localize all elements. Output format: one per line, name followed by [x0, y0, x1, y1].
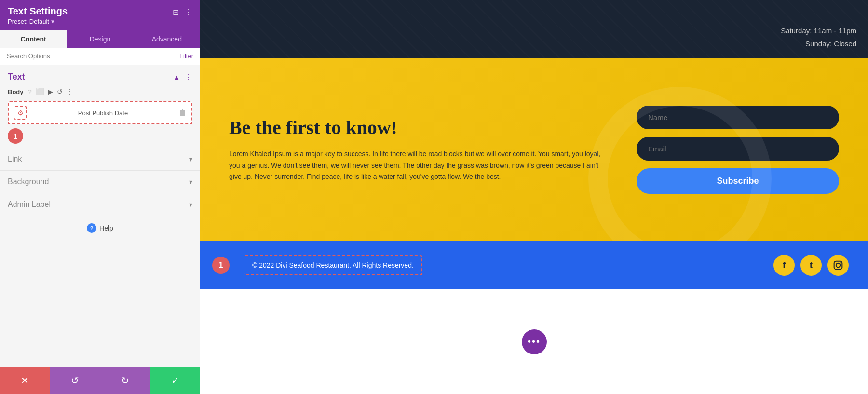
cancel-button[interactable]: ✕	[0, 367, 50, 394]
admin-label-section-title: Admin Label	[8, 200, 51, 209]
background-chevron-icon: ▾	[189, 178, 192, 186]
dots-icon[interactable]: ⋮	[67, 88, 73, 95]
subscribe-button[interactable]: Subscribe	[637, 168, 839, 194]
saturday-hours: Saturday: 11am - 11pm	[781, 24, 856, 37]
floating-menu-button[interactable]: •••	[522, 329, 547, 354]
save-button[interactable]: ✓	[150, 367, 200, 394]
hours-text: Saturday: 11am - 11pm Sunday: Closed	[781, 24, 856, 50]
panel-header: Text Settings Preset: Default ▾ ⛶ ⊞ ⋮	[0, 0, 200, 30]
expand-icon[interactable]: ⛶	[159, 8, 167, 17]
panel-title-block: Text Settings Preset: Default ▾	[8, 6, 68, 25]
background-section[interactable]: Background ▾	[0, 170, 200, 193]
filter-button[interactable]: + Filter	[174, 53, 193, 60]
admin-label-section[interactable]: Admin Label ▾	[0, 193, 200, 216]
subscribe-left: Be the first to know! Lorem Khaled Ipsum…	[229, 116, 608, 183]
subscribe-right: Subscribe	[637, 106, 839, 194]
columns-icon[interactable]: ⊞	[173, 8, 179, 17]
footer-badge[interactable]: 1	[212, 257, 230, 274]
section-controls: ▲ ⋮	[173, 72, 192, 82]
cursor-icon[interactable]: ▶	[48, 88, 53, 95]
panel-preset: Preset: Default ▾	[8, 18, 68, 25]
panel-title: Text Settings	[8, 6, 68, 17]
text-section-title: Text	[8, 72, 25, 82]
footer-section: 1 © 2022 Divi Seafood Restaurant. All Ri…	[200, 241, 868, 289]
instagram-icon[interactable]	[827, 255, 849, 276]
help-row[interactable]: ? Help	[0, 216, 200, 241]
body-row: Body ? ⬜ ▶ ↺ ⋮	[0, 86, 200, 99]
svg-point-2	[840, 263, 841, 264]
text-section-header: Text ▲ ⋮	[0, 65, 200, 86]
admin-chevron-icon: ▾	[189, 201, 192, 208]
svg-rect-0	[834, 261, 842, 270]
undo-icon[interactable]: ↺	[57, 88, 63, 95]
search-bar: + Filter	[0, 48, 200, 65]
search-input[interactable]	[7, 53, 170, 60]
device-icon[interactable]: ⬜	[36, 88, 44, 95]
tab-content[interactable]: Content	[0, 30, 67, 48]
panel-body: Text ▲ ⋮ Body ? ⬜ ▶ ↺ ⋮ ⚙ Post Publish D…	[0, 65, 200, 367]
panel-tabs: Content Design Advanced	[0, 30, 200, 48]
more-icon[interactable]: ⋮	[185, 8, 192, 17]
link-chevron-icon: ▾	[189, 155, 192, 163]
number-badge-1[interactable]: 1	[8, 128, 23, 144]
settings-panel: Text Settings Preset: Default ▾ ⛶ ⊞ ⋮ Co…	[0, 0, 200, 394]
footer-copyright: © 2022 Divi Seafood Restaurant. All Righ…	[244, 255, 422, 275]
subscribe-heading: Be the first to know!	[229, 116, 608, 139]
background-section-title: Background	[8, 177, 49, 186]
bottom-toolbar: ✕ ↺ ↻ ✓	[0, 367, 200, 394]
link-section[interactable]: Link ▾	[0, 148, 200, 170]
subscribe-section: Be the first to know! Lorem Khaled Ipsum…	[200, 58, 868, 241]
email-input[interactable]	[637, 137, 839, 161]
link-section-title: Link	[8, 155, 22, 163]
tab-advanced[interactable]: Advanced	[134, 30, 200, 48]
subscribe-text: Lorem Khaled Ipsum is a major key to suc…	[229, 149, 608, 183]
undo-button[interactable]: ↺	[50, 367, 100, 394]
panel-header-icons: ⛶ ⊞ ⋮	[159, 8, 192, 17]
help-icon: ?	[87, 223, 96, 233]
tab-design[interactable]: Design	[67, 30, 133, 48]
facebook-icon[interactable]: f	[773, 255, 795, 276]
delete-icon[interactable]: 🗑	[179, 109, 187, 117]
text-row-label: Post Publish Date	[31, 109, 175, 117]
name-input[interactable]	[637, 106, 839, 129]
preview-panel: Saturday: 11am - 11pm Sunday: Closed Be …	[200, 0, 868, 394]
twitter-icon[interactable]: t	[800, 255, 822, 276]
gear-icon[interactable]: ⚙	[14, 106, 27, 120]
help-circle-icon[interactable]: ?	[28, 88, 32, 95]
body-icons: ? ⬜ ▶ ↺ ⋮	[28, 88, 73, 95]
footer-social: f t	[773, 255, 849, 276]
text-row-item: ⚙ Post Publish Date 🗑	[8, 101, 192, 124]
section-more-icon[interactable]: ⋮	[185, 72, 192, 82]
svg-point-1	[836, 263, 840, 267]
sunday-hours: Sunday: Closed	[781, 37, 856, 50]
hours-section: Saturday: 11am - 11pm Sunday: Closed	[200, 0, 868, 58]
chevron-up-icon[interactable]: ▲	[173, 73, 180, 81]
body-label: Body	[8, 88, 24, 95]
bottom-white-area: •••	[200, 289, 868, 394]
help-text: Help	[99, 224, 113, 232]
redo-button[interactable]: ↻	[100, 367, 150, 394]
